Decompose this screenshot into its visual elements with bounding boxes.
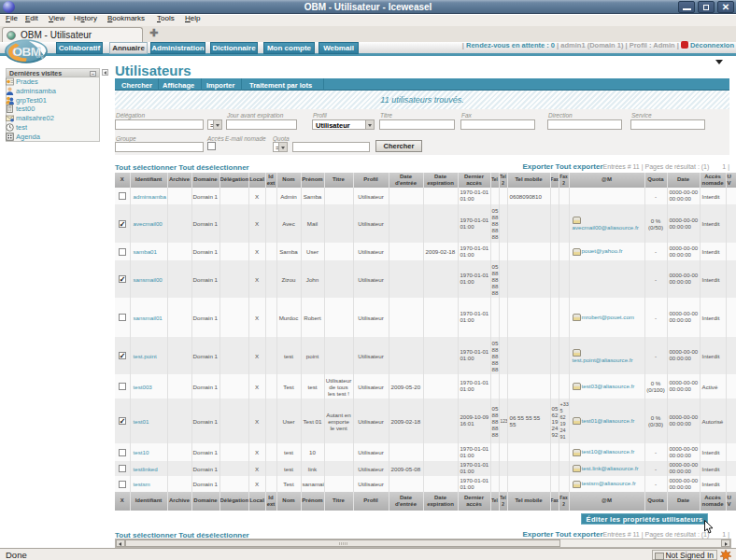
svg-text:org: org bbox=[36, 53, 44, 59]
